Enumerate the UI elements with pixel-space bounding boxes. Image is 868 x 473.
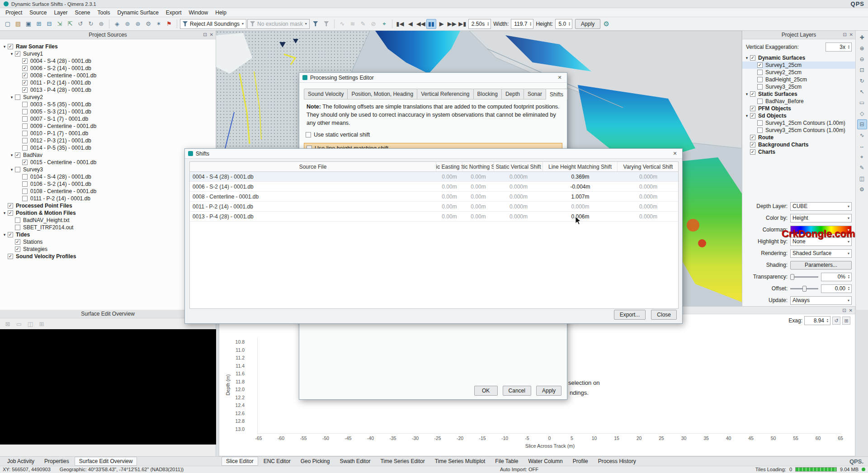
source-item-processed-point-files[interactable]: ✓Processed Point Files	[0, 202, 216, 209]
spinner-arrows-icon[interactable]: ▴▾	[568, 22, 571, 26]
profile-tool-icon[interactable]: ∿	[857, 130, 867, 140]
checkbox-icon[interactable]	[22, 189, 28, 194]
menu-item-layer[interactable]: Layer	[50, 9, 71, 17]
source-item-survey1[interactable]: ▾✓Survey1	[0, 50, 216, 57]
flag-view-icon[interactable]: ◫	[25, 319, 35, 329]
rewind-icon[interactable]: ◀◀	[416, 19, 426, 29]
export-button[interactable]: Export...	[614, 310, 646, 320]
source-item-0007-s-1-7-0001-db[interactable]: 0007 - S-1 (7) - 0001.db	[0, 115, 216, 123]
menu-item-dynamic-surface[interactable]: Dynamic Surface	[113, 9, 162, 17]
expander-icon[interactable]: ▾	[2, 232, 7, 237]
tab-properties[interactable]: Properties	[40, 457, 74, 466]
source-item-0011-p-2-14-0001-db[interactable]: ✓0011 - P-2 (14) - 0001.db	[0, 79, 216, 86]
zoom-in-tool-icon[interactable]: ⊕	[857, 43, 867, 53]
source-item-survey3[interactable]: ▾Survey3	[0, 166, 216, 173]
add-processed-files-icon[interactable]: ⊟	[44, 19, 54, 29]
expander-icon[interactable]: ▾	[9, 52, 14, 56]
checkbox-icon[interactable]: ✓	[22, 58, 28, 64]
shifts-row-0006-s-2-14-0001-db[interactable]: 0006 - S-2 (14) - 0001.db0.00m0.00m0.000…	[190, 182, 678, 192]
source-item-0111-p-2-14-0001-db[interactable]: 0111 - P-2 (14) - 0001.db	[0, 195, 216, 202]
new-project-icon[interactable]: ▢	[3, 19, 13, 29]
step-back-icon[interactable]: ◀	[406, 19, 415, 29]
source-item-raw-sonar-files[interactable]: ▾✓Raw Sonar Files	[0, 43, 216, 50]
offset-spinner[interactable]: 0.00▴▾	[821, 284, 852, 293]
source-item-tides[interactable]: ▾✓Tides	[0, 231, 216, 238]
width-spinner[interactable]: 119.7 ▴▾	[511, 19, 533, 29]
flag-icon[interactable]: ⚑	[164, 19, 174, 29]
checkbox-icon[interactable]	[22, 145, 28, 151]
checkbox-icon[interactable]: ✓	[8, 203, 13, 208]
color-by-select[interactable]: Height▾	[790, 214, 852, 222]
checkbox-icon[interactable]: ✓	[22, 160, 28, 165]
source-item-0104-s-4-28-0001-db[interactable]: 0104 - S-4 (28) - 0001.db	[0, 173, 216, 180]
height-spinner[interactable]: 5.0 ▴▾	[555, 19, 572, 29]
expander-icon[interactable]: ▾	[9, 153, 14, 157]
column-header-static-easting-shift[interactable]: Static Easting Shift	[436, 162, 462, 171]
spinner-arrows-icon[interactable]: ▴▾	[847, 274, 850, 279]
slider-thumb[interactable]	[790, 274, 794, 280]
edit-soundings-icon[interactable]: ✎	[358, 19, 368, 29]
tab-sound-velocity[interactable]: Sound Velocity	[304, 89, 348, 99]
column-header-line-height-matching-shift[interactable]: Line Height Matching Shift	[543, 162, 618, 171]
lock-exag-icon[interactable]: ⊞	[842, 317, 850, 325]
source-item-0006-s-2-14-0001-db[interactable]: ✓0006 - S-2 (14) - 0001.db	[0, 65, 216, 72]
tab-position-motion-heading[interactable]: Position, Motion, Heading	[347, 89, 417, 99]
cancel-button[interactable]: Cancel	[503, 386, 531, 396]
checkbox-icon[interactable]: ✓	[22, 80, 28, 85]
menu-item-tools[interactable]: Tools	[94, 9, 113, 17]
menu-item-project[interactable]: Project	[2, 9, 26, 17]
pause-icon[interactable]: ▮▮	[426, 19, 436, 29]
open-project-icon[interactable]: ▤	[13, 19, 23, 29]
checkbox-icon[interactable]	[15, 225, 20, 230]
slider-thumb[interactable]	[802, 286, 807, 292]
redo-icon[interactable]: ↻	[86, 19, 96, 29]
dialog-title-bar[interactable]: Processing Settings Editor ✕	[299, 73, 567, 83]
expander-icon[interactable]: ▾	[9, 95, 14, 99]
checkbox-icon[interactable]	[22, 196, 28, 201]
expander-icon[interactable]: ▾	[2, 44, 7, 49]
rectangle-select-tool-icon[interactable]: ▭	[857, 98, 867, 108]
close-icon[interactable]: ✕	[556, 74, 564, 81]
screenshot-tool-icon[interactable]: ◫	[857, 174, 867, 184]
source-item-survey2[interactable]: ▾Survey2	[0, 94, 216, 101]
refresh-icon[interactable]: ⊚	[96, 19, 106, 29]
spinner-arrows-icon[interactable]: ▴▾	[847, 286, 850, 291]
tab-depth[interactable]: Depth	[501, 89, 524, 99]
checkbox-icon[interactable]	[15, 167, 20, 172]
checkbox-icon[interactable]	[22, 109, 28, 114]
column-header-static-northing-shift[interactable]: Static Northing Shift	[462, 162, 494, 171]
reject-mode-dropdown[interactable]: Reject All Soundings ▾	[180, 19, 246, 29]
checkbox-icon[interactable]: ✓	[15, 246, 20, 252]
source-item-0003-s-5-35-0001-db[interactable]: 0003 - S-5 (35) - 0001.db	[0, 101, 216, 108]
rotate-view-tool-icon[interactable]: ↻	[857, 76, 867, 86]
import-files-icon[interactable]: ⇲	[55, 19, 65, 29]
gear-icon[interactable]: ⚙	[143, 19, 153, 29]
transparency-spinner[interactable]: 0%▴▾	[821, 273, 852, 281]
source-item-0005-s-3-21-0001-db[interactable]: 0005 - S-3 (21) - 0001.db	[0, 108, 216, 115]
checkbox-icon[interactable]	[22, 116, 28, 122]
exclusion-mask-dropdown[interactable]: No exclusion mask ▾	[247, 19, 310, 29]
shifts-row-0008-centerline-0001-db[interactable]: 0008 - Centerline - 0001.db0.00m0.00m0.0…	[190, 192, 678, 202]
checkbox-icon[interactable]: ✓	[15, 239, 20, 245]
shifts-row-0011-p-2-14-0001-db[interactable]: 0011 - P-2 (14) - 0001.db0.00m0.00m0.000…	[190, 202, 678, 212]
checkbox-icon[interactable]	[22, 174, 28, 180]
tab-file-table[interactable]: File Table	[491, 457, 523, 466]
source-item-0012-p-3-21-0001-db[interactable]: 0012 - P-3 (21) - 0001.db	[0, 137, 216, 144]
source-item-0010-p-1-7-0001-db[interactable]: 0010 - P-1 (7) - 0001.db	[0, 130, 216, 137]
play-icon[interactable]: ▶	[437, 19, 447, 29]
checkbox-icon[interactable]	[22, 181, 28, 187]
column-header-source-file[interactable]: Source File	[190, 162, 436, 171]
zoom-extent-tool-icon[interactable]: ⊡	[857, 65, 867, 75]
tab-geo-picking[interactable]: Geo Picking	[296, 457, 335, 466]
select-rectangle-icon[interactable]: ▭	[14, 319, 24, 329]
close-icon[interactable]: ✕	[671, 150, 679, 157]
crosshair-icon[interactable]: ⌖	[379, 19, 389, 29]
processing-flow-icon[interactable]: ◈	[112, 19, 122, 29]
checkbox-icon[interactable]	[22, 138, 28, 143]
column-header-varying-vertical-shift[interactable]: Varying Vertical Shift	[618, 162, 679, 171]
shifts-row-0004-s-4-28-0001-db[interactable]: 0004 - S-4 (28) - 0001.db0.00m0.00m0.000…	[190, 172, 678, 182]
source-item-0013-p-4-28-0001-db[interactable]: ✓0013 - P-4 (28) - 0001.db	[0, 86, 216, 94]
tab-enc-editor[interactable]: ENC Editor	[259, 457, 295, 466]
spinner-arrows-icon[interactable]: ▴▾	[826, 318, 829, 323]
expander-icon[interactable]: ▾	[9, 167, 14, 172]
